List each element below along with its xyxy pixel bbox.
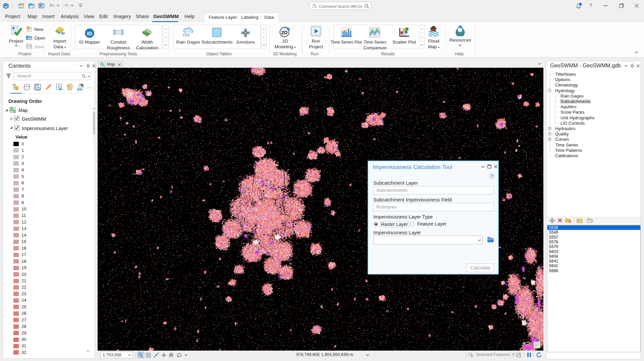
svg-text:2D: 2D (281, 29, 287, 35)
svg-text:ID: ID (87, 31, 92, 36)
